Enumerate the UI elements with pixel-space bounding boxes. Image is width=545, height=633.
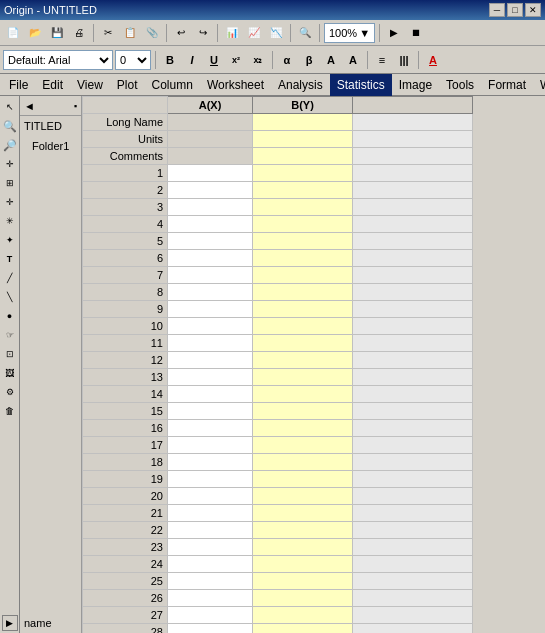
cell-9-B[interactable]: [253, 301, 353, 318]
cell-2-C[interactable]: [353, 182, 473, 199]
cell-27-A[interactable]: [168, 607, 253, 624]
cell-13-A[interactable]: [168, 369, 253, 386]
minimize-button[interactable]: ─: [489, 3, 505, 17]
cell-22-C[interactable]: [353, 522, 473, 539]
cell-19-C[interactable]: [353, 471, 473, 488]
cell-19-A[interactable]: [168, 471, 253, 488]
cell-15-B[interactable]: [253, 403, 353, 420]
cell-12-A[interactable]: [168, 352, 253, 369]
cell-27-B[interactable]: [253, 607, 353, 624]
cell-5-A[interactable]: [168, 233, 253, 250]
cell-14-A[interactable]: [168, 386, 253, 403]
cell-25-B[interactable]: [253, 573, 353, 590]
zoom-dropdown-arrow[interactable]: ▼: [359, 27, 370, 39]
menu-format[interactable]: Format: [481, 74, 533, 96]
cell-15-C[interactable]: [353, 403, 473, 420]
cell-2-B[interactable]: [253, 182, 353, 199]
menu-file[interactable]: File: [2, 74, 35, 96]
cell-24-B[interactable]: [253, 556, 353, 573]
superscript-button[interactable]: x²: [226, 50, 246, 70]
cell-16-C[interactable]: [353, 420, 473, 437]
cell-21-B[interactable]: [253, 505, 353, 522]
cell-17-A[interactable]: [168, 437, 253, 454]
cell-15-A[interactable]: [168, 403, 253, 420]
cell-23-A[interactable]: [168, 539, 253, 556]
menu-statistics[interactable]: Statistics: [330, 74, 392, 96]
paste-button[interactable]: 📎: [142, 23, 162, 43]
cell-26-B[interactable]: [253, 590, 353, 607]
cell-19-B[interactable]: [253, 471, 353, 488]
cell-units-A[interactable]: [168, 131, 253, 148]
cell-5-C[interactable]: [353, 233, 473, 250]
redo-button[interactable]: ↪: [193, 23, 213, 43]
alpha-caps-button[interactable]: Α: [321, 50, 341, 70]
cell-20-B[interactable]: [253, 488, 353, 505]
menu-edit[interactable]: Edit: [35, 74, 70, 96]
zoom-out-tool[interactable]: 🔎: [1, 136, 19, 154]
undo-button[interactable]: ↩: [171, 23, 191, 43]
cell-10-B[interactable]: [253, 318, 353, 335]
maximize-button[interactable]: □: [507, 3, 523, 17]
cell-9-A[interactable]: [168, 301, 253, 318]
cell-longname-A[interactable]: [168, 114, 253, 131]
cell-13-B[interactable]: [253, 369, 353, 386]
align-button[interactable]: ≡: [372, 50, 392, 70]
pan-tool[interactable]: ✛: [1, 155, 19, 173]
bold-button[interactable]: B: [160, 50, 180, 70]
cell-23-C[interactable]: [353, 539, 473, 556]
cell-22-A[interactable]: [168, 522, 253, 539]
cell-12-C[interactable]: [353, 352, 473, 369]
cell-21-A[interactable]: [168, 505, 253, 522]
graph-button[interactable]: 📈: [244, 23, 264, 43]
scatter-button[interactable]: 📉: [266, 23, 286, 43]
cell-6-B[interactable]: [253, 250, 353, 267]
cell-25-A[interactable]: [168, 573, 253, 590]
cell-14-C[interactable]: [353, 386, 473, 403]
cell-8-C[interactable]: [353, 284, 473, 301]
italic-button[interactable]: I: [182, 50, 202, 70]
col-header-B[interactable]: B(Y): [253, 97, 353, 114]
font-size-select[interactable]: 0: [115, 50, 151, 70]
cell-units-B[interactable]: [253, 131, 353, 148]
cell-17-C[interactable]: [353, 437, 473, 454]
cell-25-C[interactable]: [353, 573, 473, 590]
cell-6-C[interactable]: [353, 250, 473, 267]
side-panel-folder-item[interactable]: Folder1: [20, 136, 81, 156]
cell-10-C[interactable]: [353, 318, 473, 335]
menu-worksheet[interactable]: Worksheet: [200, 74, 271, 96]
underline-button[interactable]: U: [204, 50, 224, 70]
cell-28-C[interactable]: [353, 624, 473, 634]
cell-3-C[interactable]: [353, 199, 473, 216]
cell-7-A[interactable]: [168, 267, 253, 284]
cell-9-C[interactable]: [353, 301, 473, 318]
cell-1-C[interactable]: [353, 165, 473, 182]
cell-22-B[interactable]: [253, 522, 353, 539]
cell-8-A[interactable]: [168, 284, 253, 301]
cell-longname-B[interactable]: [253, 114, 353, 131]
cell-units-C[interactable]: [353, 131, 473, 148]
menu-window[interactable]: Windo: [533, 74, 545, 96]
cut-button[interactable]: ✂: [98, 23, 118, 43]
close-button[interactable]: ✕: [525, 3, 541, 17]
cell-20-C[interactable]: [353, 488, 473, 505]
cell-7-C[interactable]: [353, 267, 473, 284]
hand-tool[interactable]: ☞: [1, 326, 19, 344]
zoom-button[interactable]: 🔍: [295, 23, 315, 43]
cell-8-B[interactable]: [253, 284, 353, 301]
cross-tool[interactable]: ✛: [1, 193, 19, 211]
cell-10-A[interactable]: [168, 318, 253, 335]
cell-24-A[interactable]: [168, 556, 253, 573]
cell-3-A[interactable]: [168, 199, 253, 216]
cell-4-B[interactable]: [253, 216, 353, 233]
cell-4-A[interactable]: [168, 216, 253, 233]
cell-27-C[interactable]: [353, 607, 473, 624]
menu-column[interactable]: Column: [145, 74, 200, 96]
cell-6-A[interactable]: [168, 250, 253, 267]
cell-5-B[interactable]: [253, 233, 353, 250]
sheet-table-container[interactable]: A(X) B(Y) Long Name Units: [82, 96, 545, 633]
menu-tools[interactable]: Tools: [439, 74, 481, 96]
cell-21-C[interactable]: [353, 505, 473, 522]
cell-26-C[interactable]: [353, 590, 473, 607]
cell-24-C[interactable]: [353, 556, 473, 573]
subscript-button[interactable]: x₂: [248, 50, 268, 70]
